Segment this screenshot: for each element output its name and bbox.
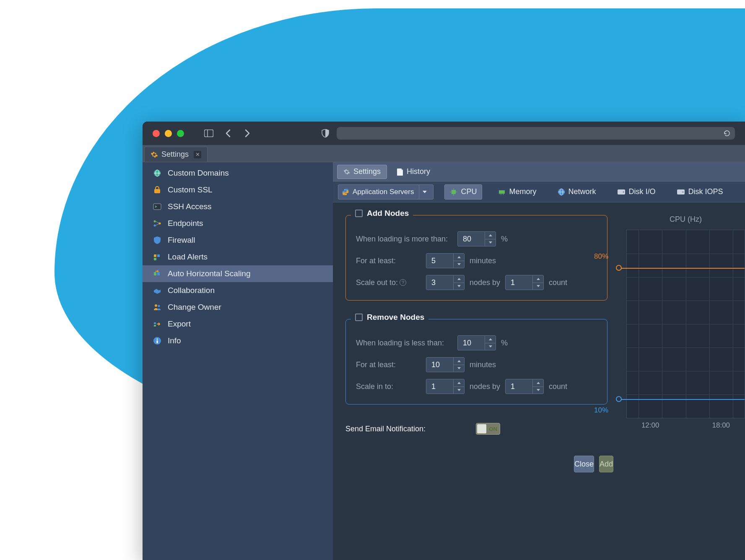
- document-icon: [397, 168, 403, 176]
- add-load-value-input[interactable]: 80: [457, 231, 496, 246]
- svg-point-7: [154, 220, 156, 223]
- email-notification-toggle[interactable]: ON: [476, 423, 500, 435]
- sidebar-toggle-icon[interactable]: [203, 128, 214, 139]
- sidebar-item-label: Custom Domains: [168, 169, 229, 178]
- svg-rect-5: [154, 189, 160, 193]
- decrement-icon[interactable]: [485, 343, 496, 350]
- add-button[interactable]: Add: [599, 456, 613, 472]
- sidebar-item-custom-ssl[interactable]: Custom SSL: [143, 181, 333, 198]
- server-select[interactable]: Application Servers: [338, 184, 434, 200]
- svg-marker-59: [537, 389, 540, 391]
- sub-tab-settings[interactable]: Settings: [337, 165, 387, 179]
- back-button[interactable]: [223, 128, 234, 139]
- sidebar-item-info[interactable]: Info: [143, 332, 333, 349]
- decrement-icon[interactable]: [485, 239, 496, 246]
- forward-button[interactable]: [242, 128, 253, 139]
- decrement-icon[interactable]: [454, 387, 464, 394]
- metric-network[interactable]: Network: [553, 184, 601, 200]
- maximize-window-icon[interactable]: [177, 130, 184, 137]
- traffic-lights: [153, 130, 184, 137]
- handshake-icon: [153, 286, 162, 295]
- remove-scale-to-input[interactable]: 1: [426, 379, 465, 394]
- increment-icon[interactable]: [454, 358, 464, 365]
- terminal-icon: [153, 202, 162, 211]
- add-scale-to-input[interactable]: 3: [426, 275, 465, 290]
- remove-scale-by-input[interactable]: 1: [505, 379, 544, 394]
- sidebar-item-label: Auto Horizontal Scaling: [168, 269, 251, 278]
- decrement-icon[interactable]: [454, 365, 464, 372]
- increment-icon[interactable]: [454, 254, 464, 261]
- metric-cpu[interactable]: CPU: [444, 184, 482, 200]
- load-threshold-label: When loading is less than:: [356, 339, 452, 347]
- svg-point-9: [159, 223, 161, 225]
- load-threshold-label: When loading is more than:: [356, 235, 452, 244]
- privacy-shield-icon[interactable]: [320, 128, 331, 139]
- globe-icon: [153, 169, 162, 178]
- remove-load-value-input[interactable]: 10: [457, 335, 496, 350]
- sidebar-item-label: Load Alerts: [168, 252, 208, 262]
- close-button[interactable]: Close: [574, 456, 594, 472]
- nodes-by-label: nodes by: [470, 382, 500, 391]
- decrement-icon[interactable]: [533, 387, 543, 394]
- add-nodes-checkbox[interactable]: [355, 210, 363, 217]
- increment-icon[interactable]: [533, 275, 543, 283]
- sidebar-item-label: Custom SSL: [168, 185, 213, 194]
- remove-duration-input[interactable]: 10: [426, 357, 465, 372]
- add-scale-by-input[interactable]: 1: [505, 275, 544, 290]
- scale-in-threshold-handle[interactable]: [616, 396, 622, 402]
- sidebar-item-custom-domains[interactable]: Custom Domains: [143, 165, 333, 181]
- users-icon: [153, 303, 162, 312]
- close-window-icon[interactable]: [153, 130, 160, 137]
- sidebar-item-export[interactable]: Export: [143, 316, 333, 332]
- svg-marker-49: [457, 285, 461, 287]
- increment-icon[interactable]: [454, 275, 464, 283]
- sub-tab-label: History: [407, 167, 430, 176]
- metric-label: Disk I/O: [629, 187, 656, 196]
- app-tab-strip: Settings ✕: [143, 145, 745, 162]
- increment-icon[interactable]: [485, 336, 496, 343]
- svg-marker-56: [457, 382, 461, 384]
- nodes-by-label: nodes by: [470, 278, 500, 287]
- metric-label: CPU: [461, 187, 477, 196]
- add-duration-input[interactable]: 5: [426, 253, 465, 268]
- sidebar-item-load-alerts[interactable]: Load Alerts: [143, 249, 333, 265]
- tab-settings[interactable]: Settings ✕: [144, 147, 208, 162]
- metric-memory[interactable]: Memory: [493, 184, 541, 200]
- close-icon[interactable]: ✕: [194, 151, 201, 158]
- unit-count: count: [549, 278, 567, 287]
- sidebar-item-collaboration[interactable]: Collaboration: [143, 282, 333, 299]
- panel-title: Remove Nodes: [367, 313, 424, 322]
- decrement-icon[interactable]: [533, 283, 543, 290]
- increment-icon[interactable]: [485, 232, 496, 239]
- scale-in-threshold-line: [618, 399, 745, 400]
- decrement-icon[interactable]: [454, 283, 464, 290]
- scale-out-threshold-handle[interactable]: [616, 265, 622, 271]
- gear-icon: [343, 169, 350, 175]
- sidebar-item-endpoints[interactable]: Endpoints: [143, 215, 333, 232]
- sidebar-item-auto-horizontal-scaling[interactable]: Auto Horizontal Scaling: [143, 265, 333, 282]
- metric-disk-iops[interactable]: Disk IOPS: [672, 184, 728, 200]
- minimize-window-icon[interactable]: [165, 130, 172, 137]
- sub-tab-history[interactable]: History: [391, 165, 436, 179]
- scaling-icon: [153, 269, 162, 278]
- sidebar-item-firewall[interactable]: Firewall: [143, 232, 333, 249]
- sidebar-item-change-owner[interactable]: Change Owner: [143, 299, 333, 316]
- x-axis-tick: 18:00: [712, 421, 730, 430]
- scale-out-threshold-label: 80%: [594, 252, 608, 261]
- reload-icon[interactable]: [723, 130, 731, 137]
- url-bar[interactable]: [337, 127, 735, 140]
- increment-icon[interactable]: [454, 379, 464, 387]
- increment-icon[interactable]: [533, 379, 543, 387]
- metric-disk-io[interactable]: Disk I/O: [612, 184, 661, 200]
- sidebar-item-ssh[interactable]: SSH Access: [143, 198, 333, 215]
- scale-out-threshold-line: [618, 268, 745, 269]
- sidebar-item-label: Change Owner: [168, 303, 221, 312]
- for-at-least-label: For at least:: [356, 360, 421, 369]
- remove-nodes-checkbox[interactable]: [355, 314, 363, 321]
- decrement-icon[interactable]: [454, 261, 464, 268]
- svg-point-17: [155, 304, 157, 307]
- sidebar-item-label: Endpoints: [168, 219, 203, 228]
- svg-point-26: [346, 194, 347, 194]
- help-icon[interactable]: ?: [400, 279, 406, 286]
- svg-line-11: [156, 224, 159, 226]
